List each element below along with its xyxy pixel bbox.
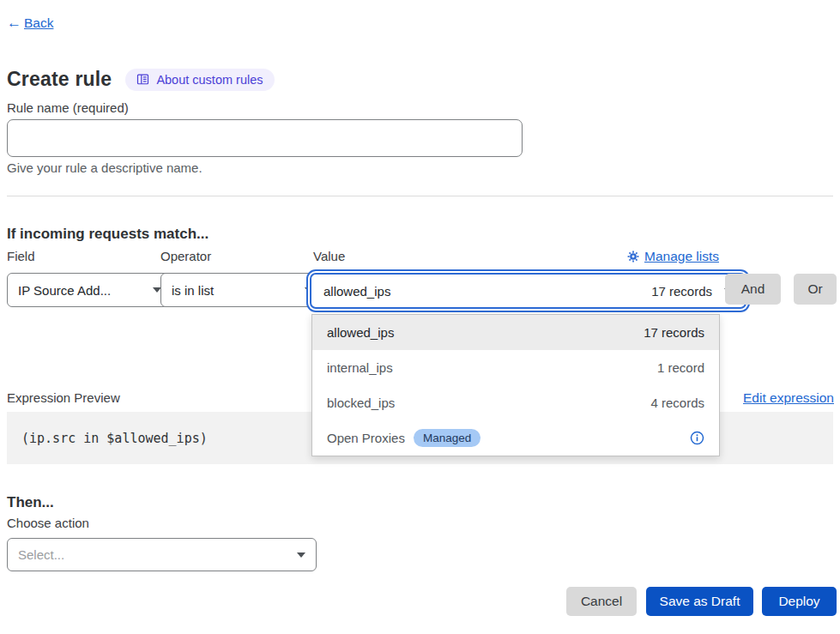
rule-name-helper-text: Give your rule a descriptive name. bbox=[7, 160, 202, 175]
gear-icon bbox=[627, 251, 639, 263]
choose-action-label: Choose action bbox=[7, 516, 89, 530]
list-option-name: internal_ips bbox=[327, 360, 393, 375]
info-icon[interactable] bbox=[690, 431, 704, 445]
rule-name-label: Rule name (required) bbox=[7, 100, 129, 115]
list-option-name: allowed_ips bbox=[327, 325, 394, 340]
list-option-name: Open Proxies bbox=[327, 431, 405, 445]
field-select-value: IP Source Add... bbox=[18, 283, 111, 298]
cancel-button[interactable]: Cancel bbox=[566, 587, 637, 616]
list-option-name: blocked_ips bbox=[327, 395, 395, 410]
chevron-down-icon bbox=[297, 552, 305, 558]
list-option-record-count: 1 record bbox=[657, 360, 704, 375]
operator-label: Operator bbox=[160, 249, 211, 263]
operator-select-value: is in list bbox=[172, 283, 214, 298]
book-icon bbox=[136, 73, 149, 86]
managed-badge: Managed bbox=[414, 429, 480, 447]
and-button[interactable]: And bbox=[725, 274, 781, 305]
section-divider bbox=[7, 196, 833, 196]
list-option-allowed-ips[interactable]: allowed_ips 17 records bbox=[312, 315, 719, 350]
list-option-record-count: 17 records bbox=[644, 325, 704, 340]
about-custom-rules-label: About custom rules bbox=[156, 73, 263, 87]
field-label: Field bbox=[7, 249, 35, 263]
list-option-blocked-ips[interactable]: blocked_ips 4 records bbox=[312, 385, 719, 420]
value-select[interactable]: allowed_ips 17 records bbox=[310, 273, 746, 309]
match-section-heading: If incoming requests match... bbox=[7, 226, 208, 243]
action-select-placeholder: Select... bbox=[18, 547, 64, 562]
or-button[interactable]: Or bbox=[794, 274, 837, 305]
page-title: Create rule bbox=[7, 68, 112, 91]
create-rule-page: ← Back Create rule About custom rules Ru… bbox=[0, 0, 840, 634]
expression-preview-label: Expression Preview bbox=[7, 390, 120, 405]
back-link[interactable]: ← Back bbox=[7, 15, 53, 32]
about-custom-rules-link[interactable]: About custom rules bbox=[125, 69, 274, 91]
expression-code-text: (ip.src in $allowed_ips) bbox=[21, 431, 208, 446]
list-option-record-count: 4 records bbox=[650, 395, 704, 410]
list-option-internal-ips[interactable]: internal_ips 1 record bbox=[312, 350, 719, 385]
manage-lists-label: Manage lists bbox=[644, 249, 719, 264]
back-arrow-icon: ← bbox=[7, 15, 21, 32]
manage-lists-link[interactable]: Manage lists bbox=[627, 249, 719, 264]
value-label: Value bbox=[313, 249, 345, 263]
deploy-button[interactable]: Deploy bbox=[762, 587, 837, 616]
rule-name-input[interactable] bbox=[7, 119, 523, 157]
list-option-open-proxies[interactable]: Open Proxies Managed bbox=[312, 420, 719, 456]
action-select[interactable]: Select... bbox=[7, 538, 317, 571]
operator-select[interactable]: is in list bbox=[160, 273, 324, 307]
title-row: Create rule About custom rules bbox=[7, 55, 275, 105]
then-section-heading: Then... bbox=[7, 494, 54, 511]
field-select[interactable]: IP Source Add... bbox=[7, 273, 172, 307]
list-dropdown-panel: allowed_ips 17 records internal_ips 1 re… bbox=[311, 314, 720, 456]
value-select-record-count: 17 records bbox=[651, 284, 712, 299]
value-select-value: allowed_ips bbox=[323, 284, 390, 299]
save-as-draft-button[interactable]: Save as Draft bbox=[646, 587, 753, 616]
edit-expression-link[interactable]: Edit expression bbox=[743, 390, 834, 406]
